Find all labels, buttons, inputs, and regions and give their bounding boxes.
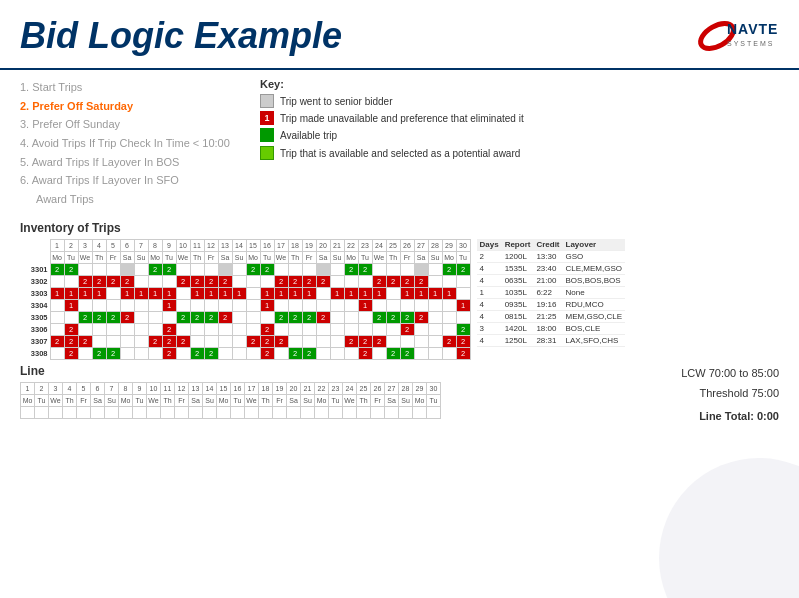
cell: [148, 347, 162, 359]
l6: 6: [91, 382, 105, 394]
cell: 1: [414, 287, 428, 299]
col-layover: Layover: [563, 239, 625, 251]
cell: [442, 299, 456, 311]
cell: [400, 263, 414, 275]
cell: [106, 287, 120, 299]
cell: [176, 323, 190, 335]
dn-19: Fr: [302, 251, 316, 263]
cell: [330, 335, 344, 347]
cell: [428, 275, 442, 287]
cell: [120, 323, 134, 335]
cell: [288, 299, 302, 311]
cell: [246, 299, 260, 311]
ln21: Su: [301, 394, 315, 406]
key-color-light-green: [260, 146, 274, 160]
ln13: Sa: [189, 394, 203, 406]
cell: [372, 299, 386, 311]
line-day-row: 1 2 3 4 5 6 7 8 9 10 11 12 13 14 15 16 1: [21, 382, 441, 394]
cell: 2: [176, 311, 190, 323]
ln22: Mo: [315, 394, 329, 406]
cell: 2: [372, 335, 386, 347]
cell: 1: [330, 287, 344, 299]
lcw-label: LCW 70:00 to 85:00: [681, 364, 779, 384]
cell: 2: [386, 311, 400, 323]
cell: 2: [260, 323, 274, 335]
cell: 2: [92, 311, 106, 323]
lc24: [343, 406, 357, 418]
cell: 2: [176, 275, 190, 287]
l30: 30: [427, 382, 441, 394]
dn-8: Mo: [148, 251, 162, 263]
cell: [120, 335, 134, 347]
cell: [344, 323, 358, 335]
trip-row-3304: 3304 1 1: [20, 299, 470, 311]
key-color-gray: [260, 94, 274, 108]
ln20: Sa: [287, 394, 301, 406]
ln16: Tu: [231, 394, 245, 406]
cell: [274, 347, 288, 359]
lc17: [245, 406, 259, 418]
lc7: [105, 406, 119, 418]
cell: [274, 263, 288, 275]
ln30: Tu: [427, 394, 441, 406]
day-name-row: Mo Tu We Th Fr Sa Su Mo Tu We Th Fr Sa S…: [20, 251, 470, 263]
report-3301: 1200L: [502, 250, 534, 262]
cell: [428, 347, 442, 359]
cell: [218, 263, 232, 275]
cell: [344, 299, 358, 311]
day-1: 1: [50, 239, 64, 251]
day-16: 16: [260, 239, 274, 251]
trip-row-3303: 3303 1 1 1 1 1 1 1 1 1 1 1 1: [20, 287, 470, 299]
lc29: [413, 406, 427, 418]
report-3306: 0815L: [502, 310, 534, 322]
cell: [78, 347, 92, 359]
cell: [316, 335, 330, 347]
cell: [134, 311, 148, 323]
list-label: Prefer Off Saturday: [32, 100, 133, 112]
cell: [316, 287, 330, 299]
trip-id-3308: 3308: [20, 347, 50, 359]
cell: 1: [218, 287, 232, 299]
key-item-3: Available trip: [260, 128, 560, 142]
cell: 2: [442, 335, 456, 347]
ln11: Th: [161, 394, 175, 406]
day-4: 4: [92, 239, 106, 251]
list-num: 5.: [20, 156, 32, 168]
cell: [50, 323, 64, 335]
trip-row-3306: 3306 2 2: [20, 323, 470, 335]
day-25: 25: [386, 239, 400, 251]
bg-decoration: [659, 458, 799, 598]
layover-3306: MEM,GSO,CLE: [563, 310, 625, 322]
days-3308: 4: [477, 334, 502, 346]
lc25: [357, 406, 371, 418]
col-credit: Credit: [533, 239, 562, 251]
cell: 1: [288, 287, 302, 299]
l2: 2: [35, 382, 49, 394]
day-9: 9: [162, 239, 176, 251]
cell: 1: [302, 287, 316, 299]
dn-25: Th: [386, 251, 400, 263]
cell: [78, 263, 92, 275]
l4: 4: [63, 382, 77, 394]
layover-3302: CLE,MEM,GSO: [563, 262, 625, 274]
cell: 2: [414, 311, 428, 323]
cell: [246, 275, 260, 287]
cell: 2: [316, 275, 330, 287]
trip-id-3306: 3306: [20, 323, 50, 335]
trip-detail-3305: 4 0935L 19:16 RDU,MCO: [477, 298, 625, 310]
lc10: [147, 406, 161, 418]
cell: 2: [400, 311, 414, 323]
cell: [218, 299, 232, 311]
ln1: Mo: [21, 394, 35, 406]
cell: 2: [190, 347, 204, 359]
l15: 15: [217, 382, 231, 394]
cell: [232, 335, 246, 347]
cell: 1: [442, 287, 456, 299]
cell: [232, 323, 246, 335]
cell: [316, 323, 330, 335]
cell: 1: [162, 287, 176, 299]
list-item-6: 6. Award Trips If Layover In SFO: [20, 171, 240, 190]
dn-4: Th: [92, 251, 106, 263]
cell: [302, 323, 316, 335]
cell: [148, 311, 162, 323]
